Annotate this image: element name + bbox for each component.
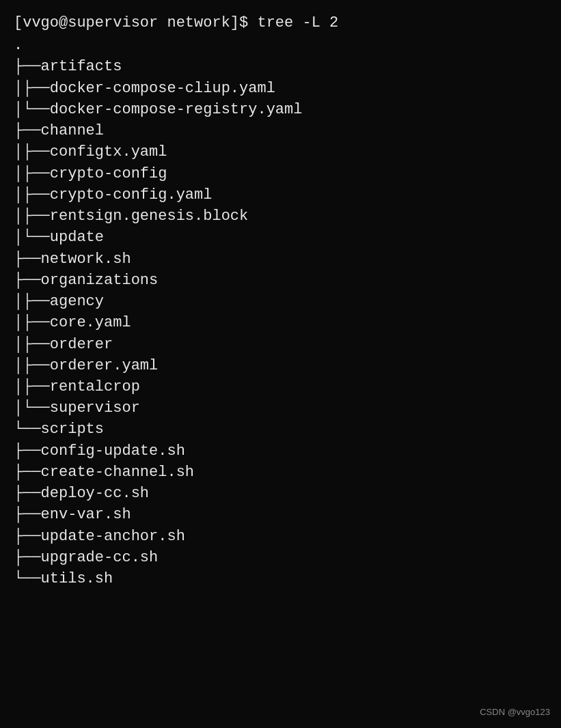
tree-item-name: docker-compose-registry.yaml	[50, 99, 303, 120]
tree-branch-chars: ├──	[23, 376, 50, 397]
tree-row: │ └── supervisor	[14, 397, 547, 419]
tree-branch-chars: ├──	[23, 355, 50, 376]
tree-item-name: deploy-cc.sh	[41, 483, 149, 504]
tree-row: ├── create-channel.sh	[14, 462, 547, 483]
tree-branch-chars: ├──	[23, 141, 50, 163]
tree-indent: │	[14, 163, 23, 184]
watermark: CSDN @vvgo123	[480, 706, 550, 718]
tree-branch-chars: ├──	[23, 163, 50, 184]
tree-indent: │	[14, 99, 23, 120]
tree-indent: │	[14, 206, 23, 227]
tree-branch-chars: ├──	[14, 440, 41, 462]
tree-indent: │	[14, 78, 23, 99]
tree-row: └── scripts	[14, 419, 547, 440]
tree-item-name: artifacts	[41, 56, 122, 77]
tree-row: │ ├── orderer	[14, 334, 547, 355]
tree-item-name: rentalcrop	[50, 376, 140, 397]
tree-branch-chars: ├──	[23, 78, 50, 99]
tree-row: ├── config-update.sh	[14, 440, 547, 462]
tree-item-name: orderer.yaml	[50, 355, 158, 376]
tree-branch-chars: ├──	[23, 291, 50, 312]
tree-item-name: scripts	[41, 419, 104, 440]
tree-item-name: rentsign.genesis.block	[50, 206, 248, 227]
tree-branch-chars: └──	[23, 397, 50, 419]
tree-branch-chars: └──	[14, 419, 41, 440]
tree-item-name: orderer	[50, 334, 113, 355]
tree-branch-chars: ├──	[23, 206, 50, 227]
tree-row: ├── upgrade-cc.sh	[14, 547, 547, 568]
tree-branch-chars: ├──	[23, 334, 50, 355]
tree-branch-chars: ├──	[14, 547, 41, 568]
prompt-text: [vvgo@supervisor network]$ tree -L 2	[14, 14, 338, 31]
tree-row: │ ├── crypto-config	[14, 163, 547, 184]
tree-row: │ └── update	[14, 227, 547, 248]
tree-item-name: update-anchor.sh	[41, 526, 185, 547]
tree-item-name: channel	[41, 120, 104, 141]
tree-item-name: network.sh	[41, 249, 131, 270]
tree-branch-chars: └──	[23, 99, 50, 120]
tree-branch-chars: ├──	[14, 249, 41, 270]
tree-branch-chars: ├──	[14, 120, 41, 141]
tree-branch-chars: ├──	[14, 270, 41, 291]
tree-branch-chars: ├──	[23, 312, 50, 333]
root-dot-text: .	[14, 35, 23, 56]
tree-item-name: upgrade-cc.sh	[41, 547, 159, 568]
tree-item-name: docker-compose-cliup.yaml	[50, 78, 275, 99]
tree-indent: │	[14, 334, 23, 355]
tree-row: │ └── docker-compose-registry.yaml	[14, 99, 547, 120]
root-dot: .	[14, 35, 547, 56]
tree-indent: │	[14, 376, 23, 397]
tree-indent: │	[14, 227, 23, 248]
tree-row: ├── organizations	[14, 270, 547, 291]
tree-indent: │	[14, 312, 23, 333]
tree-branch-chars: ├──	[14, 526, 41, 547]
tree-item-name: organizations	[41, 270, 159, 291]
tree-item-name: config-update.sh	[41, 440, 185, 462]
tree-indent: │	[14, 291, 23, 312]
tree-branch-chars: ├──	[14, 483, 41, 504]
tree-branch-chars: ├──	[14, 56, 41, 77]
tree-item-name: utils.sh	[41, 568, 113, 589]
tree-row: │ ├── orderer.yaml	[14, 355, 547, 376]
terminal: [vvgo@supervisor network]$ tree -L 2 . ├…	[14, 12, 547, 589]
tree-indent: │	[14, 355, 23, 376]
tree-item-name: env-var.sh	[41, 504, 131, 525]
tree-row: │ ├── crypto-config.yaml	[14, 184, 547, 206]
tree-indent: │	[14, 397, 23, 419]
tree-row: │ ├── configtx.yaml	[14, 141, 547, 163]
tree-row: │ ├── agency	[14, 291, 547, 312]
tree-item-name: core.yaml	[50, 312, 131, 333]
tree-branch-chars: └──	[14, 568, 41, 589]
tree-item-name: supervisor	[50, 397, 140, 419]
tree-branch-chars: ├──	[14, 462, 41, 483]
tree-row: ├── deploy-cc.sh	[14, 483, 547, 504]
tree-row: ├── channel	[14, 120, 547, 141]
tree-item-name: configtx.yaml	[50, 141, 167, 163]
tree-item-name: update	[50, 227, 104, 248]
tree-row: │ ├── docker-compose-cliup.yaml	[14, 78, 547, 99]
tree-row: ├── artifacts	[14, 56, 547, 77]
tree-row: ├── network.sh	[14, 249, 547, 270]
tree-row: │ ├── core.yaml	[14, 312, 547, 333]
tree-row: │ ├── rentalcrop	[14, 376, 547, 397]
tree-branch-chars: ├──	[23, 184, 50, 206]
tree-branch-chars: └──	[23, 227, 50, 248]
tree-row: ├── update-anchor.sh	[14, 526, 547, 547]
tree-item-name: agency	[50, 291, 104, 312]
tree-item-name: create-channel.sh	[41, 462, 194, 483]
tree-row: └── utils.sh	[14, 568, 547, 589]
prompt-line: [vvgo@supervisor network]$ tree -L 2	[14, 12, 547, 33]
tree-indent: │	[14, 141, 23, 163]
tree-item-name: crypto-config	[50, 163, 167, 184]
tree-item-name: crypto-config.yaml	[50, 184, 213, 206]
tree-row: │ ├── rentsign.genesis.block	[14, 206, 547, 227]
tree-row: ├── env-var.sh	[14, 504, 547, 525]
tree-lines-container: ├── artifacts│ ├── docker-compose-cliup.…	[14, 56, 547, 589]
tree-content: . ├── artifacts│ ├── docker-compose-cliu…	[14, 35, 547, 589]
tree-indent: │	[14, 184, 23, 206]
tree-branch-chars: ├──	[14, 504, 41, 525]
